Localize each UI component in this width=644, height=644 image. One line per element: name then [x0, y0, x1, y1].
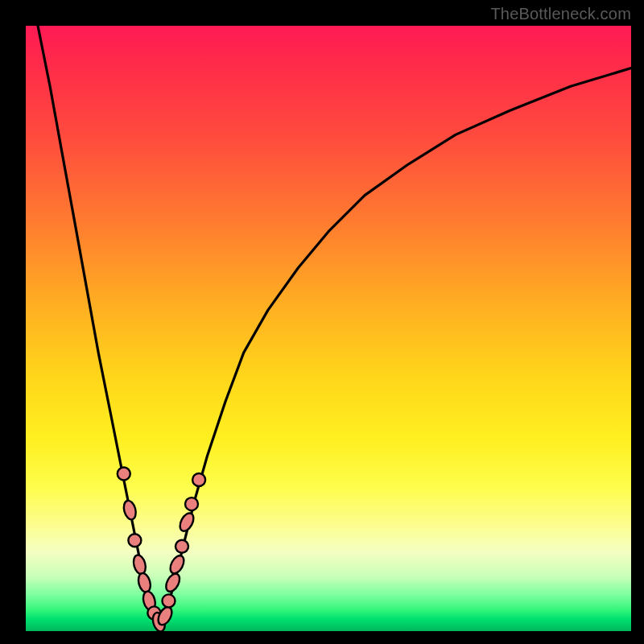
bead-marker — [177, 511, 196, 534]
bead-marker — [175, 540, 188, 553]
bead-marker — [122, 499, 138, 521]
bead-marker — [167, 553, 187, 576]
chart-frame: TheBottleneck.com — [0, 0, 644, 644]
watermark-text: TheBottleneck.com — [490, 5, 631, 23]
curve-right-branch — [159, 68, 631, 625]
bead-marker — [185, 497, 198, 510]
bead-marker — [163, 594, 175, 607]
curve-left-branch — [38, 26, 159, 625]
bead-marker — [132, 554, 148, 576]
bead-marker — [192, 473, 205, 486]
bead-marker — [163, 572, 183, 594]
bead-group — [118, 468, 205, 632]
bead-marker — [137, 572, 153, 593]
plot-area — [26, 26, 631, 631]
bead-marker — [128, 534, 141, 547]
curve-layer — [26, 26, 631, 631]
bead-marker — [118, 468, 130, 481]
